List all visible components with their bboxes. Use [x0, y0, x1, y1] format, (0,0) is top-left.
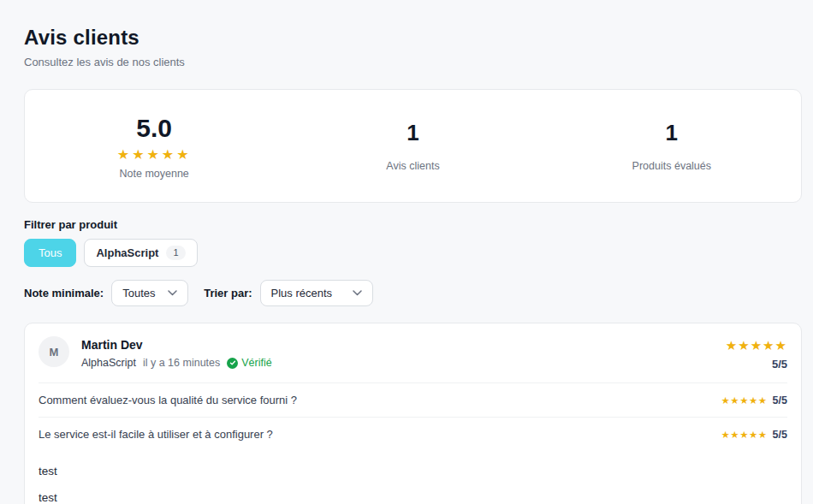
review-comment: test	[39, 491, 787, 504]
filter-product-count-badge: 1	[166, 246, 185, 260]
review-author-block: Martin Dev AlphaScript il y a 16 minutes…	[81, 336, 272, 369]
question-text: Le service est-il facile à utiliser et à…	[39, 428, 273, 441]
chevron-down-icon	[353, 290, 362, 296]
review-question-row: Comment évaluez-vous la qualité du servi…	[39, 383, 787, 417]
average-rating-label: Note moyenne	[25, 168, 283, 180]
question-rating: ★★★★★ 5/5	[721, 394, 787, 406]
review-count-value: 1	[283, 121, 542, 145]
product-count-label: Produits évalués	[543, 160, 801, 172]
review-product-name: AlphaScript	[81, 357, 136, 369]
question-text: Comment évaluez-vous la qualité du servi…	[39, 394, 297, 406]
average-rating-stars-icon: ★★★★★	[25, 146, 283, 163]
review-meta: AlphaScript il y a 16 minutes Vérifié	[81, 357, 272, 369]
stat-average-rating: 5.0 ★★★★★ Note moyenne	[25, 114, 283, 180]
verified-check-icon	[227, 358, 238, 369]
page-title: Avis clients	[24, 26, 802, 50]
filter-all-button[interactable]: Tous	[24, 239, 76, 267]
verified-label: Vérifié	[241, 357, 271, 369]
review-comment: test	[39, 451, 787, 491]
filter-product-name: AlphaScript	[96, 246, 158, 260]
average-rating-value: 5.0	[25, 114, 283, 142]
min-rating-select[interactable]: Toutes	[111, 280, 188, 306]
question-score: 5/5	[773, 429, 787, 441]
avatar: M	[39, 336, 69, 367]
review-stars-icon: ★★★★★	[726, 338, 787, 353]
sort-select[interactable]: Plus récents	[260, 280, 373, 306]
sort-selected-value: Plus récents	[271, 287, 333, 299]
review-timestamp: il y a 16 minutes	[143, 357, 220, 369]
min-rating-selected-value: Toutes	[122, 287, 155, 299]
review-author-name: Martin Dev	[81, 336, 272, 353]
verified-badge: Vérifié	[227, 357, 271, 369]
review-count-label: Avis clients	[283, 160, 542, 172]
product-filter-chips: Tous AlphaScript 1	[24, 239, 802, 267]
review-question-row: Le service est-il facile à utiliser et à…	[39, 418, 787, 451]
chevron-down-icon	[168, 290, 177, 296]
min-rating-label: Note minimale:	[24, 287, 104, 299]
stats-summary-card: 5.0 ★★★★★ Note moyenne 1 Avis clients 1 …	[24, 89, 802, 203]
review-score: 5/5	[726, 358, 787, 371]
page-subtitle: Consultez les avis de nos clients	[24, 56, 802, 68]
filter-product-button[interactable]: AlphaScript 1	[84, 239, 197, 267]
question-stars-icon: ★★★★★	[721, 394, 768, 406]
review-card: M Martin Dev AlphaScript il y a 16 minut…	[24, 323, 802, 504]
product-count-value: 1	[543, 121, 801, 145]
question-stars-icon: ★★★★★	[721, 429, 768, 441]
question-score: 5/5	[773, 394, 787, 406]
product-filter-label: Filtrer par produit	[24, 218, 802, 231]
stat-review-count: 1 Avis clients	[283, 114, 542, 172]
filter-selects-row: Note minimale: Toutes Trier par: Plus ré…	[24, 280, 802, 306]
question-rating: ★★★★★ 5/5	[721, 429, 787, 441]
review-overall-rating: ★★★★★ 5/5	[726, 336, 787, 371]
page-container: Avis clients Consultez les avis de nos c…	[0, 0, 813, 504]
stat-product-count: 1 Produits évalués	[543, 114, 801, 172]
sort-label: Trier par:	[204, 287, 252, 299]
review-header: M Martin Dev AlphaScript il y a 16 minut…	[39, 336, 787, 371]
